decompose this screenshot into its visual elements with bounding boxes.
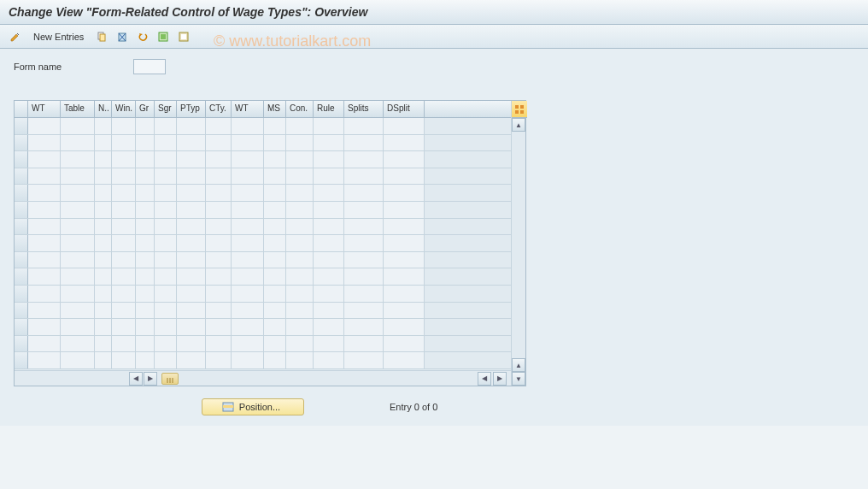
cell-splits[interactable] bbox=[344, 268, 384, 285]
cell-wt1[interactable] bbox=[28, 303, 61, 319]
table-settings-icon[interactable] bbox=[512, 101, 527, 118]
cell-ms[interactable] bbox=[264, 168, 286, 185]
cell-sgr[interactable] bbox=[155, 118, 177, 134]
cell-ms[interactable] bbox=[264, 336, 286, 352]
cell-win[interactable] bbox=[112, 185, 136, 201]
cell-splits[interactable] bbox=[344, 168, 384, 185]
cell-splits[interactable] bbox=[344, 118, 384, 134]
cell-rule[interactable] bbox=[314, 118, 344, 134]
cell-ms[interactable] bbox=[264, 303, 286, 319]
column-header-sgr[interactable]: Sgr bbox=[155, 101, 177, 117]
cell-cty[interactable] bbox=[206, 352, 232, 368]
cell-n[interactable] bbox=[95, 319, 112, 335]
row-selector[interactable] bbox=[15, 286, 28, 302]
cell-rule[interactable] bbox=[314, 202, 344, 218]
cell-sgr[interactable] bbox=[155, 252, 177, 268]
cell-gr[interactable] bbox=[136, 319, 155, 335]
column-header-rule[interactable]: Rule bbox=[314, 101, 344, 117]
cell-win[interactable] bbox=[112, 252, 136, 268]
cell-gr[interactable] bbox=[136, 336, 155, 352]
cell-n[interactable] bbox=[95, 303, 112, 319]
cell-splits[interactable] bbox=[344, 185, 384, 201]
delete-icon[interactable] bbox=[114, 28, 131, 45]
undo-icon[interactable] bbox=[134, 28, 151, 45]
cell-wt1[interactable] bbox=[28, 268, 61, 285]
cell-wt2[interactable] bbox=[232, 303, 264, 319]
cell-ms[interactable] bbox=[264, 286, 286, 302]
cell-cty[interactable] bbox=[206, 135, 232, 151]
column-header-ptyp[interactable]: PTyp bbox=[177, 101, 206, 117]
cell-con[interactable] bbox=[286, 219, 314, 235]
cell-rule[interactable] bbox=[314, 135, 344, 151]
cell-wt2[interactable] bbox=[232, 252, 264, 268]
cell-gr[interactable] bbox=[136, 151, 155, 168]
cell-n[interactable] bbox=[95, 219, 112, 235]
cell-cty[interactable] bbox=[206, 185, 232, 201]
cell-rule[interactable] bbox=[314, 252, 344, 268]
cell-splits[interactable] bbox=[344, 151, 384, 168]
cell-ms[interactable] bbox=[264, 202, 286, 218]
cell-con[interactable] bbox=[286, 235, 314, 251]
cell-wt1[interactable] bbox=[28, 235, 61, 251]
row-selector[interactable] bbox=[15, 352, 28, 368]
cell-ms[interactable] bbox=[264, 135, 286, 151]
cell-rule[interactable] bbox=[314, 286, 344, 302]
cell-con[interactable] bbox=[286, 168, 314, 185]
cell-wt2[interactable] bbox=[232, 185, 264, 201]
cell-win[interactable] bbox=[112, 352, 136, 368]
cell-n[interactable] bbox=[95, 336, 112, 352]
cell-sgr[interactable] bbox=[155, 185, 177, 201]
row-selector[interactable] bbox=[15, 336, 28, 352]
cell-table[interactable] bbox=[61, 268, 95, 285]
cell-cty[interactable] bbox=[206, 151, 232, 168]
cell-cty[interactable] bbox=[206, 286, 232, 302]
hscroll-right-button[interactable]: ▶ bbox=[144, 372, 157, 386]
cell-wt2[interactable] bbox=[232, 268, 264, 285]
cell-wt1[interactable] bbox=[28, 135, 61, 151]
cell-ptyp[interactable] bbox=[177, 185, 206, 201]
cell-rule[interactable] bbox=[314, 185, 344, 201]
cell-n[interactable] bbox=[95, 352, 112, 368]
cell-n[interactable] bbox=[95, 235, 112, 251]
cell-ms[interactable] bbox=[264, 151, 286, 168]
cell-con[interactable] bbox=[286, 185, 314, 201]
cell-wt1[interactable] bbox=[28, 286, 61, 302]
cell-wt2[interactable] bbox=[232, 319, 264, 335]
column-header-ms[interactable]: MS bbox=[264, 101, 286, 117]
cell-dsplit[interactable] bbox=[384, 336, 425, 352]
cell-rule[interactable] bbox=[314, 268, 344, 285]
cell-table[interactable] bbox=[61, 202, 95, 218]
cell-table[interactable] bbox=[61, 118, 95, 134]
cell-dsplit[interactable] bbox=[384, 118, 425, 134]
cell-n[interactable] bbox=[95, 168, 112, 185]
cell-win[interactable] bbox=[112, 286, 136, 302]
row-selector[interactable] bbox=[15, 268, 28, 285]
row-selector[interactable] bbox=[15, 151, 28, 168]
cell-sgr[interactable] bbox=[155, 202, 177, 218]
cell-dsplit[interactable] bbox=[384, 202, 425, 218]
cell-n[interactable] bbox=[95, 202, 112, 218]
row-selector[interactable] bbox=[15, 168, 28, 185]
cell-table[interactable] bbox=[61, 336, 95, 352]
vscroll-track[interactable] bbox=[512, 132, 525, 358]
cell-dsplit[interactable] bbox=[384, 319, 425, 335]
cell-wt1[interactable] bbox=[28, 151, 61, 168]
cell-con[interactable] bbox=[286, 252, 314, 268]
cell-dsplit[interactable] bbox=[384, 168, 425, 185]
cell-n[interactable] bbox=[95, 118, 112, 134]
cell-dsplit[interactable] bbox=[384, 252, 425, 268]
cell-cty[interactable] bbox=[206, 235, 232, 251]
cell-ms[interactable] bbox=[264, 235, 286, 251]
row-selector[interactable] bbox=[15, 235, 28, 251]
cell-table[interactable] bbox=[61, 252, 95, 268]
hscroll-thumb[interactable] bbox=[161, 373, 179, 385]
cell-dsplit[interactable] bbox=[384, 352, 425, 368]
cell-cty[interactable] bbox=[206, 268, 232, 285]
cell-con[interactable] bbox=[286, 118, 314, 134]
cell-con[interactable] bbox=[286, 151, 314, 168]
cell-win[interactable] bbox=[112, 135, 136, 151]
cell-dsplit[interactable] bbox=[384, 268, 425, 285]
cell-ptyp[interactable] bbox=[177, 252, 206, 268]
cell-n[interactable] bbox=[95, 286, 112, 302]
cell-wt1[interactable] bbox=[28, 202, 61, 218]
